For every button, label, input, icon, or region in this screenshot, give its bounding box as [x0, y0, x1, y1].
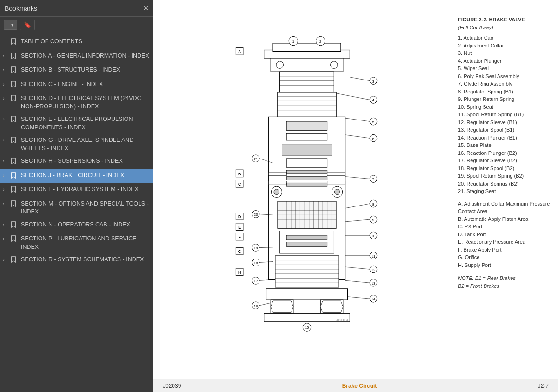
- bookmark-button[interactable]: 🔖: [20, 20, 35, 30]
- bookmark-label: SECTION M - OPTIONS AND SPECIAL TOOLS - …: [21, 200, 150, 216]
- svg-text:D: D: [238, 214, 241, 219]
- svg-line-94: [345, 204, 370, 208]
- bookmark-label: SECTION E - ELECTRICAL PROPULSION COMPON…: [21, 115, 150, 132]
- view-options-button[interactable]: ≡ ▾: [4, 20, 17, 30]
- svg-text:J020034: J020034: [336, 319, 348, 322]
- bookmark-icon: [10, 81, 19, 90]
- svg-line-106: [345, 267, 370, 269]
- part-item: 1. Actuator Cap: [458, 34, 553, 42]
- bookmark-icon: [10, 158, 19, 167]
- figure-title: FIGURE 2-2. BRAKE VALVE: [458, 16, 553, 23]
- bookmark-icon: [10, 116, 19, 125]
- svg-marker-135: [271, 301, 293, 312]
- expand-icon[interactable]: ›: [3, 81, 10, 88]
- bookmark-item-section-h[interactable]: ›SECTION H - SUSPENSIONS - INDEX: [0, 155, 153, 169]
- part-item: 12. Regulator Sleeve (B1): [458, 119, 553, 126]
- expand-icon[interactable]: ›: [3, 200, 10, 207]
- part-item: 18. Regulator Spool (B2): [458, 165, 553, 173]
- part-item: 15. Base Plate: [458, 141, 553, 149]
- sidebar-close-button[interactable]: ✕: [143, 4, 149, 13]
- svg-rect-54: [268, 172, 286, 176]
- expand-icon[interactable]: ›: [3, 137, 10, 144]
- svg-text:17: 17: [254, 279, 258, 283]
- part-item: 4. Actuator Plunger: [458, 57, 553, 65]
- brake-valve-diagram: A 1 2 3: [226, 9, 388, 335]
- part-item: 2. Adjustment Collar: [458, 42, 553, 50]
- svg-rect-55: [327, 172, 345, 176]
- expand-icon[interactable]: ›: [3, 172, 10, 179]
- part-item: 7. Glyde Ring Assembly: [458, 80, 553, 88]
- svg-marker-137: [320, 301, 343, 312]
- port-item: E. Reactionary Pressure Area: [458, 238, 553, 246]
- bookmark-item-section-g[interactable]: ›SECTION G - DRIVE AXLE, SPINDLE AND WHE…: [0, 134, 153, 155]
- port-item: G. Orifice: [458, 253, 553, 261]
- svg-text:12: 12: [372, 268, 376, 272]
- svg-line-112: [345, 296, 370, 299]
- svg-text:18: 18: [254, 261, 258, 265]
- svg-point-12: [276, 61, 284, 69]
- bookmark-item-section-a[interactable]: ›SECTION A - GENERAL INFORMATION - INDEX: [0, 50, 153, 64]
- bookmark-icon: [10, 221, 19, 231]
- bookmark-item-section-p[interactable]: ›SECTION P - LUBRICATION AND SERVICE - I…: [0, 233, 153, 253]
- svg-line-91: [345, 177, 370, 179]
- svg-text:E: E: [238, 225, 241, 230]
- bookmark-label: SECTION J - BRAKE CIRCUIT - INDEX: [21, 172, 150, 180]
- expand-icon[interactable]: ›: [3, 158, 10, 165]
- svg-text:11: 11: [372, 254, 376, 259]
- bookmark-item-toc[interactable]: TABLE OF CONTENTS: [0, 35, 153, 50]
- parts-list: 1. Actuator Cap2. Adjustment Collar3. Nu…: [458, 34, 553, 195]
- legend-area: FIGURE 2-2. BRAKE VALVE (Full Cut-Away) …: [456, 0, 558, 379]
- sidebar: Bookmarks ✕ ≡ ▾ 🔖 TABLE OF CONTENTS›SECT…: [0, 0, 153, 392]
- port-item: H. Supply Port: [458, 261, 553, 269]
- expand-icon[interactable]: ›: [3, 186, 10, 193]
- svg-text:9: 9: [372, 218, 374, 222]
- svg-text:A: A: [238, 49, 241, 54]
- expand-icon[interactable]: ›: [3, 53, 10, 60]
- part-item: 6. Poly-Pak Seal Assembly: [458, 73, 553, 80]
- svg-line-10: [350, 77, 370, 81]
- expand-icon[interactable]: ›: [3, 66, 10, 73]
- expand-icon[interactable]: ›: [3, 256, 10, 263]
- svg-text:F: F: [238, 235, 241, 239]
- bookmark-item-section-l[interactable]: ›SECTION L - HYDRAULIC SYSTEM - INDEX: [0, 183, 153, 198]
- content-page: A 1 2 3: [153, 0, 558, 379]
- port-item: A. Adjustment Collar Maximum Pressure Co…: [458, 200, 553, 215]
- part-item: 20. Regulator Springs (B2): [458, 180, 553, 188]
- port-item: B. Automatic Apply Piston Area: [458, 215, 553, 223]
- svg-text:14: 14: [372, 297, 376, 301]
- bookmark-item-section-j[interactable]: ›SECTION J - BRAKE CIRCUIT - INDEX: [0, 169, 153, 184]
- app-container: Bookmarks ✕ ≡ ▾ 🔖 TABLE OF CONTENTS›SECT…: [0, 0, 558, 392]
- svg-text:5: 5: [372, 120, 374, 124]
- svg-text:20: 20: [254, 213, 258, 217]
- sidebar-title: Bookmarks: [5, 5, 37, 12]
- bookmark-item-section-n[interactable]: ›SECTION N - OPERATORS CAB - INDEX: [0, 219, 153, 233]
- bookmark-label: SECTION P - LUBRICATION AND SERVICE - IN…: [21, 235, 150, 251]
- port-item: F. Brake Apply Port: [458, 246, 553, 254]
- expand-icon[interactable]: ›: [3, 235, 10, 242]
- svg-rect-48: [286, 133, 327, 140]
- bookmark-icon: [10, 137, 19, 146]
- bookmark-label: SECTION B - STRUCTURES - INDEX: [21, 66, 150, 74]
- bookmark-item-section-d[interactable]: ›SECTION D - ELECTRICAL SYSTEM (24VDC NO…: [0, 92, 153, 113]
- expand-icon[interactable]: ›: [3, 221, 10, 228]
- svg-line-109: [345, 280, 370, 283]
- expand-icon[interactable]: ›: [3, 116, 10, 123]
- svg-point-61: [334, 189, 340, 195]
- bookmark-item-section-b[interactable]: ›SECTION B - STRUCTURES - INDEX: [0, 64, 153, 78]
- bookmark-icon: [10, 200, 19, 210]
- part-item: 8. Regulator Spring (B1): [458, 88, 553, 96]
- bookmark-item-section-r[interactable]: ›SECTION R - SYSTEM SCHEMATICS - INDEX: [0, 253, 153, 268]
- legend-note: NOTE: B1 = Rear Brakes B2 = Front Brakes: [458, 274, 553, 290]
- svg-rect-57: [327, 181, 345, 185]
- bookmark-icon: [10, 235, 19, 245]
- footer-center: Brake Circuit: [342, 383, 377, 389]
- expand-icon[interactable]: ›: [3, 95, 10, 102]
- bookmark-label: SECTION R - SYSTEM SCHEMATICS - INDEX: [21, 256, 150, 264]
- svg-rect-46: [268, 117, 345, 279]
- bookmark-item-section-c[interactable]: ›SECTION C - ENGINE - INDEX: [0, 78, 153, 93]
- bookmark-item-section-e[interactable]: ›SECTION E - ELECTRICAL PROPULSION COMPO…: [0, 113, 153, 134]
- svg-rect-52: [286, 177, 327, 180]
- svg-rect-81: [286, 242, 327, 247]
- bookmark-item-section-m[interactable]: ›SECTION M - OPTIONS AND SPECIAL TOOLS -…: [0, 198, 153, 219]
- sidebar-toolbar: ≡ ▾ 🔖: [0, 17, 153, 33]
